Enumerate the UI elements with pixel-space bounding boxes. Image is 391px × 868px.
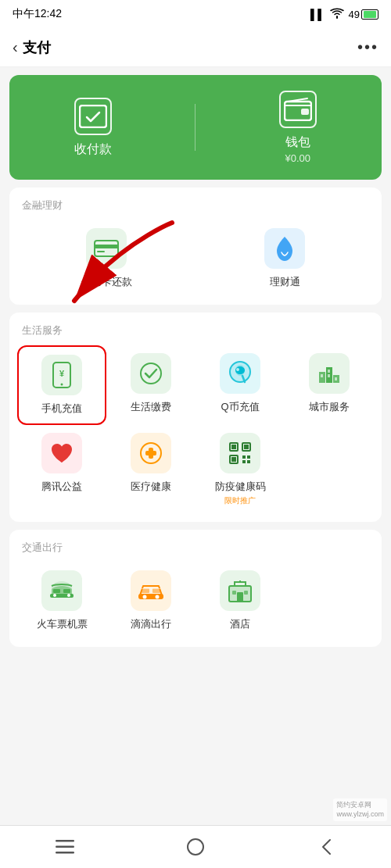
city-service-label: 城市服务 bbox=[309, 400, 350, 414]
train-ticket-icon bbox=[41, 570, 82, 611]
battery-number: 49 bbox=[349, 9, 360, 20]
svg-point-38 bbox=[67, 594, 70, 597]
back-nav-button[interactable] bbox=[303, 831, 350, 863]
back-button[interactable]: ‹ 支付 bbox=[13, 38, 51, 57]
svg-rect-31 bbox=[231, 457, 236, 462]
svg-rect-32 bbox=[242, 455, 246, 459]
svg-point-43 bbox=[156, 595, 160, 599]
wealth-label: 理财通 bbox=[270, 275, 300, 289]
credit-card-label: 信用卡还款 bbox=[81, 275, 132, 289]
train-ticket-item[interactable]: 火车票机票 bbox=[17, 563, 106, 639]
wealth-item[interactable]: 理财通 bbox=[196, 220, 374, 297]
svg-point-10 bbox=[61, 384, 63, 386]
more-button[interactable]: ••• bbox=[357, 38, 378, 56]
finance-title: 金融理财 bbox=[17, 198, 374, 220]
svg-point-55 bbox=[188, 839, 203, 855]
svg-rect-25 bbox=[145, 451, 156, 455]
wallet-amount: ¥0.00 bbox=[285, 152, 311, 164]
svg-rect-53 bbox=[56, 846, 74, 848]
city-service-icon bbox=[309, 353, 350, 394]
svg-rect-20 bbox=[328, 370, 330, 373]
finance-section: 金融理财 信用卡还款 理财通 bbox=[9, 188, 382, 305]
wallet-item[interactable]: 钱包 ¥0.00 bbox=[279, 91, 317, 164]
credit-card-icon bbox=[86, 228, 127, 269]
svg-rect-35 bbox=[247, 460, 250, 463]
q-coin-label: Q币充值 bbox=[221, 400, 259, 414]
signal-icon: ▌▌ bbox=[310, 9, 325, 20]
life-bill-icon bbox=[131, 353, 171, 394]
svg-rect-5 bbox=[97, 251, 105, 252]
life-bill-label: 生活缴费 bbox=[131, 400, 171, 414]
phone-recharge-item[interactable]: ¥ 手机充值 bbox=[17, 345, 106, 425]
health-code-label: 防疫健康码 bbox=[215, 480, 266, 494]
svg-rect-0 bbox=[80, 105, 106, 127]
medical-icon bbox=[131, 433, 171, 473]
didi-item[interactable]: 滴滴出行 bbox=[106, 563, 196, 639]
svg-rect-49 bbox=[237, 592, 243, 602]
header: ‹ 支付 ••• bbox=[0, 28, 391, 67]
q-coin-item[interactable]: Q币充值 bbox=[196, 345, 285, 425]
empty-slot bbox=[285, 563, 374, 639]
charity-label: 腾讯公益 bbox=[41, 480, 82, 494]
collect-payment-label: 收付款 bbox=[74, 141, 112, 158]
svg-rect-29 bbox=[244, 445, 249, 449]
svg-rect-41 bbox=[138, 594, 163, 599]
phone-recharge-label: 手机充值 bbox=[41, 402, 82, 416]
svg-rect-27 bbox=[231, 445, 236, 449]
transport-section: 交通出行 火车票机票 bbox=[9, 530, 382, 647]
finance-grid: 信用卡还款 理财通 bbox=[17, 220, 374, 297]
svg-rect-21 bbox=[328, 374, 330, 377]
status-icons: ▌▌ 49 bbox=[310, 8, 378, 21]
lifestyle-section: 生活服务 ¥ 手机充值 生活缴费 bbox=[9, 313, 382, 522]
payment-banner: 收付款 钱包 ¥0.00 bbox=[9, 75, 382, 180]
menu-button[interactable] bbox=[41, 831, 88, 863]
svg-rect-2 bbox=[301, 109, 309, 115]
home-button[interactable] bbox=[172, 831, 219, 863]
didi-label: 滴滴出行 bbox=[131, 617, 171, 631]
transport-title: 交通出行 bbox=[17, 541, 374, 563]
svg-rect-19 bbox=[321, 374, 323, 377]
svg-rect-52 bbox=[56, 840, 74, 842]
svg-point-11 bbox=[141, 363, 161, 384]
svg-rect-39 bbox=[53, 589, 60, 593]
hotel-icon bbox=[220, 570, 260, 611]
watermark-line2: www.ylzwj.com bbox=[336, 809, 384, 820]
didi-icon bbox=[131, 570, 171, 611]
medical-item[interactable]: 医疗健康 bbox=[106, 425, 196, 514]
life-bill-item[interactable]: 生活缴费 bbox=[106, 345, 196, 425]
svg-rect-22 bbox=[335, 377, 337, 380]
q-coin-icon bbox=[220, 353, 260, 394]
wifi-icon bbox=[330, 8, 344, 21]
svg-rect-51 bbox=[244, 591, 248, 595]
svg-rect-46 bbox=[142, 588, 160, 589]
svg-rect-33 bbox=[247, 455, 250, 459]
wealth-icon bbox=[264, 228, 305, 269]
hotel-label: 酒店 bbox=[230, 617, 250, 631]
svg-rect-4 bbox=[95, 245, 118, 248]
health-code-sublabel: 限时推广 bbox=[224, 495, 256, 506]
charity-item[interactable]: 腾讯公益 bbox=[17, 425, 106, 514]
status-bar: 中午12:42 ▌▌ 49 bbox=[0, 0, 391, 28]
collect-payment-icon bbox=[74, 98, 112, 135]
health-code-item[interactable]: 防疫健康码 限时推广 bbox=[196, 425, 285, 514]
battery-indicator: 49 bbox=[349, 9, 378, 20]
transport-grid: 火车票机票 滴滴出行 bbox=[17, 563, 374, 639]
svg-point-15 bbox=[236, 368, 239, 371]
svg-text:¥: ¥ bbox=[59, 369, 65, 378]
bottom-nav bbox=[0, 825, 391, 868]
status-time: 中午12:42 bbox=[13, 7, 62, 21]
collect-payment-item[interactable]: 收付款 bbox=[74, 98, 112, 158]
hotel-item[interactable]: 酒店 bbox=[196, 563, 285, 639]
train-ticket-label: 火车票机票 bbox=[37, 617, 88, 631]
wallet-icon bbox=[279, 91, 317, 128]
credit-card-item[interactable]: 信用卡还款 bbox=[17, 220, 196, 297]
battery-icon bbox=[361, 9, 378, 20]
svg-rect-34 bbox=[242, 460, 246, 463]
watermark: 简约安卓网 www.ylzwj.com bbox=[333, 798, 387, 821]
phone-recharge-icon: ¥ bbox=[41, 355, 82, 395]
svg-point-42 bbox=[143, 595, 147, 599]
charity-icon bbox=[41, 433, 82, 473]
health-code-icon bbox=[220, 433, 260, 473]
city-service-item[interactable]: 城市服务 bbox=[285, 345, 374, 425]
watermark-line1: 简约安卓网 bbox=[336, 800, 384, 810]
